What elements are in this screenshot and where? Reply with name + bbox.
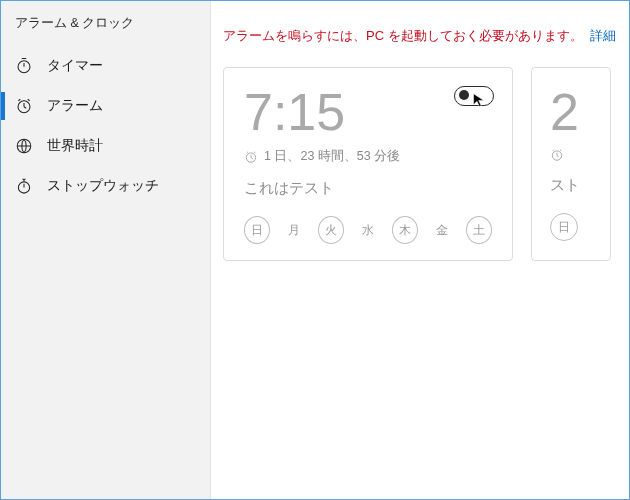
alarm-icon xyxy=(15,97,33,115)
alarm-cards: 7:15 1 日、23 時間、53 分後 これはテスト 日 月 火 水 木 金 … xyxy=(211,63,629,261)
day-sat[interactable]: 土 xyxy=(466,216,492,244)
warning-details-link[interactable]: 詳細 xyxy=(590,28,616,43)
alarm-card-2[interactable]: 2 スト 日 xyxy=(531,67,611,261)
alarm-days: 日 月 火 水 木 金 土 xyxy=(244,216,492,244)
alarm-time: 2 xyxy=(550,86,590,138)
sidebar-item-label: 世界時計 xyxy=(47,137,103,155)
day-wed[interactable]: 水 xyxy=(355,216,381,244)
day-thu[interactable]: 木 xyxy=(392,216,418,244)
day-fri[interactable]: 金 xyxy=(429,216,455,244)
warning-banner: アラームを鳴らすには、PC を起動しておく必要があります。 詳細 xyxy=(211,1,629,63)
world-clock-icon xyxy=(15,137,33,155)
alarm-countdown: 1 日、23 時間、53 分後 xyxy=(244,148,492,165)
day-tue[interactable]: 火 xyxy=(318,216,344,244)
alarm-name: これはテスト xyxy=(244,179,492,198)
alarm-countdown-text: 1 日、23 時間、53 分後 xyxy=(264,148,400,165)
alarm-small-icon xyxy=(550,148,564,162)
sidebar: アラーム & クロック タイマー アラーム 世界時計 ストップウォッチ xyxy=(1,1,211,499)
timer-icon xyxy=(15,57,33,75)
sidebar-item-label: タイマー xyxy=(47,57,103,75)
stopwatch-icon xyxy=(15,177,33,195)
app-frame: アラーム & クロック タイマー アラーム 世界時計 ストップウォッチ xyxy=(1,1,629,499)
toggle-knob xyxy=(459,90,469,100)
alarm-name: スト xyxy=(550,176,590,195)
day-mon[interactable]: 月 xyxy=(281,216,307,244)
main-content: アラームを鳴らすには、PC を起動しておく必要があります。 詳細 7:15 1 … xyxy=(211,1,629,499)
alarm-toggle[interactable] xyxy=(454,86,494,106)
sidebar-item-stopwatch[interactable]: ストップウォッチ xyxy=(1,166,210,206)
sidebar-item-label: アラーム xyxy=(47,97,103,115)
warning-text: アラームを鳴らすには、PC を起動しておく必要があります。 xyxy=(223,28,583,43)
sidebar-item-worldclock[interactable]: 世界時計 xyxy=(1,126,210,166)
sidebar-item-timer[interactable]: タイマー xyxy=(1,46,210,86)
alarm-days: 日 xyxy=(550,213,590,241)
sidebar-item-alarm[interactable]: アラーム xyxy=(1,86,210,126)
alarm-card[interactable]: 7:15 1 日、23 時間、53 分後 これはテスト 日 月 火 水 木 金 … xyxy=(223,67,513,261)
day-sun[interactable]: 日 xyxy=(244,216,270,244)
app-title: アラーム & クロック xyxy=(1,7,210,46)
alarm-small-icon xyxy=(244,150,258,164)
day-sun[interactable]: 日 xyxy=(550,213,578,241)
alarm-countdown xyxy=(550,148,590,162)
sidebar-item-label: ストップウォッチ xyxy=(47,177,159,195)
